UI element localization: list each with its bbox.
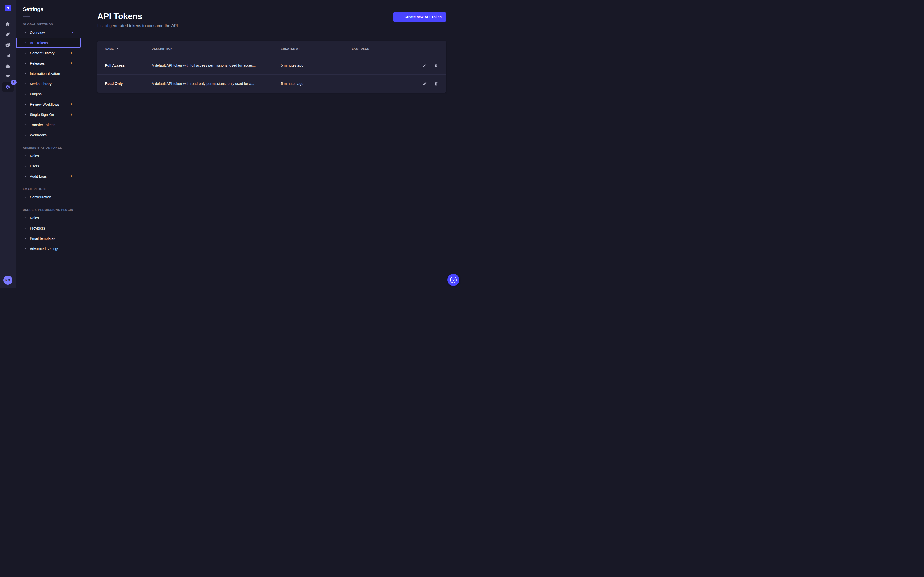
sidebar-item-roles[interactable]: Roles [16,213,81,223]
table-row-full-access[interactable]: Full AccessA default API token with full… [97,56,446,74]
token-name: Read Only [105,82,152,85]
rail-item-content-manager[interactable] [2,50,14,61]
bullet-icon [26,197,26,198]
edit-button[interactable] [422,63,427,68]
nav-section-header-global-settings: Global Settings [23,23,74,26]
rail-item-content-type-builder[interactable] [2,29,14,39]
sidebar-item-label: Configuration [30,195,51,199]
sidebar-item-label: Transfer Tokens [30,123,55,127]
main-nav-rail: 1 KD [0,0,16,288]
sidebar-item-label: Providers [30,226,45,230]
delete-icon [434,63,438,68]
table-body: Full AccessA default API token with full… [97,56,446,93]
sidebar-item-advanced-settings[interactable]: Advanced settings [16,243,81,254]
table-row-read-only[interactable]: Read OnlyA default API token with read-o… [97,74,446,93]
row-actions [414,81,438,86]
rail-item-settings[interactable]: 1 [2,82,14,92]
bullet-icon [26,63,26,64]
token-name: Full Access [105,63,152,68]
sidebar-item-api-tokens[interactable]: API Tokens [16,38,81,48]
sidebar-item-label: Audit Logs [30,174,47,179]
sidebar-item-label: Webhooks [30,133,47,137]
sidebar-item-label: Roles [30,154,39,158]
strapi-logo[interactable] [5,5,11,11]
sidebar-item-internationalization[interactable]: Internationalization [16,68,81,79]
lightning-bolt-icon [70,175,73,178]
edit-button[interactable] [422,81,427,86]
bullet-icon [26,166,26,167]
column-header-last-used[interactable]: Last used [352,47,414,50]
sidebar-item-overview[interactable]: Overview [16,27,81,38]
delete-button[interactable] [434,63,438,68]
sidebar-item-roles[interactable]: Roles [16,151,81,161]
strapi-logo-icon [6,6,10,10]
nav-section-header-administration-panel: Administration Panel [23,146,74,149]
settings-title-divider [23,16,30,17]
create-api-token-label: Create new API Token [404,15,442,19]
question-mark-icon: ? [450,277,457,283]
column-header-created-at[interactable]: Created at [281,47,352,50]
avatar[interactable]: KD [3,276,12,285]
sidebar-item-plugins[interactable]: Plugins [16,89,81,99]
bullet-icon [26,53,26,53]
cloud-icon [5,63,11,69]
help-button[interactable]: ? [447,274,459,286]
sidebar-item-audit-logs[interactable]: Audit Logs [16,171,81,182]
bullet-icon [26,32,26,33]
lightning-bolt-icon [70,113,73,116]
column-header-label: Created at [281,47,300,50]
delete-icon [434,81,438,86]
edit-icon [422,81,427,86]
notification-badge: 1 [11,80,17,85]
rail-divider-top [0,16,16,16]
lightning-bolt-icon [70,51,73,55]
sidebar-item-users[interactable]: Users [16,161,81,171]
sidebar-item-email-templates[interactable]: Email templates [16,234,81,243]
sidebar-item-providers[interactable]: Providers [16,223,81,234]
column-header-label: Description [152,47,173,50]
sidebar-item-label: Internationalization [30,71,60,76]
sidebar-item-releases[interactable]: Releases [16,58,81,68]
delete-button[interactable] [434,81,438,86]
column-header-name[interactable]: Name [105,47,152,50]
bullet-icon [26,155,26,156]
sidebar-item-transfer-tokens[interactable]: Transfer Tokens [16,120,81,130]
page-header: API Tokens List of generated tokens to c… [97,11,446,28]
token-description: A default API token with full access per… [152,63,281,68]
rail-item-home[interactable] [2,19,14,29]
bullet-icon [26,248,26,249]
settings-nav-sections: Global SettingsOverviewAPI TokensContent… [16,23,81,254]
bullet-icon [26,135,26,135]
sidebar-item-review-workflows[interactable]: Review Workflows [16,99,81,110]
sidebar-item-configuration[interactable]: Configuration [16,192,81,202]
notification-dot-icon [72,32,73,33]
sidebar-item-media-library[interactable]: Media Library [16,79,81,89]
bullet-icon [26,114,26,115]
column-header-label: Name [105,47,114,50]
plus-icon [397,15,402,19]
rail-item-deploy[interactable] [2,61,14,71]
rail-item-media-library[interactable] [2,40,14,50]
bullet-icon [26,42,26,44]
token-created-at: 5 minutes ago [281,63,352,68]
settings-title: Settings [23,6,81,12]
create-api-token-button[interactable]: Create new API Token [393,12,446,21]
sidebar-item-label: Media Library [30,82,52,86]
layout-icon [5,53,11,58]
bullet-icon [26,238,26,239]
sidebar-item-content-history[interactable]: Content History [16,48,81,58]
bullet-icon [26,83,26,84]
sidebar-item-single-sign-on[interactable]: Single Sign-On [16,110,81,120]
feather-icon [5,32,11,37]
sidebar-item-label: API Tokens [30,41,48,45]
nav-section-header-email-plugin: Email Plugin [23,187,74,190]
token-description: A default API token with read-only permi… [152,82,281,85]
sort-ascending-icon [116,48,119,50]
lightning-bolt-icon [70,61,73,65]
sidebar-item-label: Review Workflows [30,102,59,106]
sidebar-item-webhooks[interactable]: Webhooks [16,130,81,140]
bullet-icon [26,176,26,177]
column-header-description[interactable]: Description [152,47,281,50]
rail-nav: 1 [2,19,14,92]
bullet-icon [26,124,26,126]
